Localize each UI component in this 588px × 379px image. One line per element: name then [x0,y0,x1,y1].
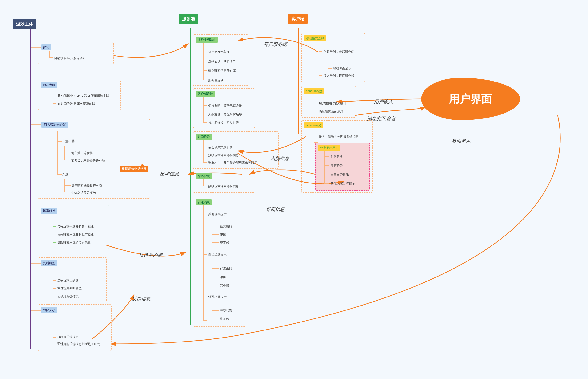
leaf: 其他玩家提示 [208,212,227,216]
tag-compare: 对比大小 [41,307,57,313]
tag-cli-mode: 游戏模式选择 [304,35,326,41]
root-server: 服务端 [179,14,198,24]
tag-cli-panel: 分类显示界面 [318,145,340,151]
ui-label: 用户界面 [449,92,492,106]
elabel-open: 开启服务端 [264,41,287,47]
leaf: 自己出牌提示 [331,173,349,177]
leaf: 错误出牌提示 [208,295,227,299]
tag-cli-recv: recv_msg() [304,123,323,128]
leaf: 接收玩家手牌并将其可视化 [57,224,94,229]
leaf: 跟牌 [62,173,69,177]
leaf: 选出地主，并重新分配玩家出牌顺序 [208,161,257,165]
leaf: 比不起 [220,317,229,321]
leaf: 自动获取本机(服务器) IP [54,56,88,60]
leaf: 加载界面显示 [333,66,351,71]
elabel-display: 界面显示 [452,138,470,144]
leaf: 接收玩家返回选牌信息 [208,184,239,189]
tag-srv-send: 发送消息 [196,199,212,205]
leaf: 在叫牌阶段 显示各玩家的牌 [58,102,95,106]
leaf: 接收牌关键信息 [57,335,79,339]
leaf: 选择协议、IP和端口 [208,59,235,63]
leaf: 建立玩家信息储存库 [208,69,236,73]
leaf: 创建房间：开启服务端 [323,49,354,54]
tag-deal: 随机发牌 [41,82,57,88]
elabel-channel: 消息交互管道 [367,115,395,122]
leaf: 根据反馈分类结果 [71,190,96,195]
leaf: 跟牌 [220,233,226,237]
leaf: 创建socket实例 [208,50,229,54]
leaf: 要不起 [220,283,229,287]
tag-srv-loop: 循环阶段 [196,173,212,179]
leaf: 通过牌的关键信息判断是否压死 [57,342,100,346]
leaf: 加入房间：连接服务器 [323,74,354,78]
leaf: 通过规则判断牌型 [57,286,82,290]
tag-srv-bid: 叫牌阶段 [196,134,212,140]
leaf: 地主第一轮发牌 [71,151,93,155]
leaf: 人数凑够，分配叫牌顺序 [208,112,242,117]
elabel-conv: 转换后的牌 [139,252,162,258]
leaf: 服务器启动 [208,78,223,82]
elabel-out2: 出牌信息 [160,171,179,177]
leaf: 接收玩家返回选牌信息 [208,153,239,157]
leaf: 其他玩家出牌提示 [331,181,355,186]
leaf: 接收玩家出牌并将其可视化 [57,233,94,237]
elabel-input: 用户输入 [374,98,393,105]
leaf: 响应筛选后的消息 [319,110,343,114]
leaf: 接收、筛选并处理服务端消息 [319,135,359,139]
leaf: 记录牌关键信息 [57,294,79,299]
tag-cli-send: send_msg() [304,88,324,94]
leaf: 叫牌阶段 [331,155,343,159]
leaf: 循环阶段 [331,164,343,168]
tag-srv-init: 服务器初始化 [196,36,218,43]
leaf: 自己出牌提示 [208,253,227,257]
leaf: 牌型错误 [220,309,232,313]
root-client: 客户端 [288,14,308,24]
leaf: 将54张牌分为 3*17 和 3 张预留地主牌 [58,94,109,98]
leaf: 前两位玩家都选择要不起 [71,158,105,162]
leaf: 任意出牌 [220,224,232,228]
group-srv-send [193,197,246,327]
leaf: 保持监听，等待玩家连接 [208,104,242,108]
leaf: 提示玩家选择是否出牌 [71,184,102,188]
leaf: 用户主要的输入接口 [319,101,346,106]
root-game: 游戏主体 [13,19,36,29]
leaf: 依次提示玩家叫牌 [208,145,233,150]
leaf: 任意出牌 [62,139,74,143]
tag-judge: 判断牌型 [41,260,57,266]
leaf: 禁止新连接，启动叫牌 [208,121,239,125]
leaf: 跟牌 [220,275,226,279]
leaf: 接收玩家出的牌 [57,278,79,283]
leaf: 提取玩家出牌的关键信息 [57,241,91,245]
elabel-fb: 反馈信息 [132,296,151,302]
tag-srv-conn: 客户端连接 [196,91,215,97]
leaf: 要不起 [220,241,229,245]
tag-get: get() [41,44,51,50]
elabel-out1: 出牌信息 [271,156,289,162]
tag-classify: 根据反馈分类结果 [120,166,148,172]
tag-main: 卡牌游戏(主函数) [41,122,69,128]
elabel-uiinfo: 界面信息 [266,206,285,212]
tag-conv: 牌型转换 [41,208,57,214]
leaf: 任意出牌 [220,267,232,271]
user-interface-bubble: 用户界面 [421,78,520,120]
